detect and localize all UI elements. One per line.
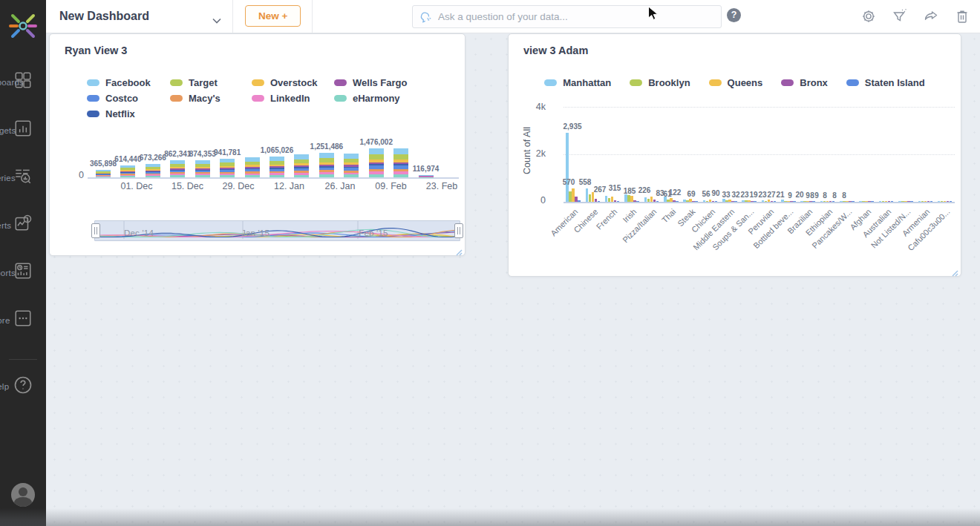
stacked-bar[interactable] <box>96 170 111 177</box>
stacked-bar[interactable] <box>120 165 135 177</box>
grouped-bar-staten-island[interactable] <box>715 201 718 202</box>
grouped-bar-staten-island[interactable] <box>871 201 874 202</box>
grouped-bar-staten-island[interactable] <box>891 201 894 202</box>
legend-item-queens[interactable]: Queens <box>709 77 763 88</box>
grouped-bar-staten-island[interactable] <box>598 201 601 202</box>
app-logo-icon[interactable] <box>6 9 40 43</box>
widget-ryan-view-3[interactable]: Ryan View 3 FacebookTargetOverstockWells… <box>49 33 466 256</box>
bar-segment-eharmony <box>270 175 284 177</box>
help-button[interactable]: ? <box>727 8 741 22</box>
stacked-bar[interactable] <box>245 157 260 177</box>
grouped-bar-staten-island[interactable] <box>832 201 835 202</box>
legend-swatch <box>334 95 347 102</box>
sidebar-item-alerts[interactable]: Alerts <box>0 214 46 233</box>
legend-swatch <box>252 95 264 102</box>
widget-resize-handle[interactable] <box>455 246 463 253</box>
bar-value-label: 315 <box>609 184 621 192</box>
sidebar-item-widgets[interactable]: Widgets <box>0 119 46 138</box>
search-input[interactable] <box>437 6 714 27</box>
legend-item-manhattan[interactable]: Manhattan <box>544 77 611 88</box>
grouped-bar-staten-island[interactable] <box>695 201 698 202</box>
bar-total-label: 673,266 <box>140 154 166 162</box>
settings-gear-icon[interactable] <box>860 7 878 25</box>
gridline <box>564 154 955 155</box>
stacked-bar[interactable] <box>195 160 210 177</box>
grouped-bar-staten-island[interactable] <box>910 201 913 202</box>
widget-resize-handle[interactable] <box>951 266 958 274</box>
ask-data-searchbox <box>412 5 722 28</box>
stacked-bar[interactable] <box>146 164 160 177</box>
sidebar-item-help[interactable]: Help <box>0 375 46 395</box>
grouped-bar-staten-island[interactable] <box>636 201 639 202</box>
bar-value-label: 2,935 <box>563 122 581 131</box>
grouped-bar-staten-island[interactable] <box>774 201 777 202</box>
stacked-bar[interactable] <box>294 154 309 177</box>
sidebar-item-more[interactable]: More <box>0 309 46 328</box>
legend-item-wells-fargo[interactable]: Wells Fargo <box>334 77 407 88</box>
stacked-bar[interactable] <box>419 175 434 177</box>
stacked-bar[interactable] <box>270 157 284 177</box>
legend-item-bronx[interactable]: Bronx <box>781 77 828 88</box>
widget-view-3-adam[interactable]: view 3 Adam ManhattanBrooklynQueensBronx… <box>508 33 961 277</box>
delete-trash-icon[interactable] <box>953 7 971 25</box>
grouped-bar-staten-island[interactable] <box>734 201 737 202</box>
grouped-bar-staten-island[interactable] <box>754 201 757 202</box>
legend-item-costco[interactable]: Costco <box>87 93 170 104</box>
topbar-separator <box>232 0 233 33</box>
stacked-bar[interactable] <box>220 159 235 177</box>
bar-segment-eharmony <box>369 174 384 177</box>
legend-swatch <box>334 79 347 86</box>
grouped-bar-staten-island[interactable] <box>793 201 796 202</box>
legend-label: Netflix <box>105 108 135 119</box>
stacked-bar[interactable] <box>344 154 359 177</box>
sidebar-item-dashboards[interactable]: Dashboards <box>0 70 46 90</box>
stacked-bar[interactable] <box>369 148 384 177</box>
legend-item-target[interactable]: Target <box>170 77 252 88</box>
stacked-bar[interactable] <box>319 153 334 177</box>
grouped-bar-staten-island[interactable] <box>852 201 855 202</box>
grouped-bar-staten-island[interactable] <box>676 201 679 202</box>
bar-value-label: 90 <box>711 189 719 197</box>
grouped-bar-staten-island[interactable] <box>930 201 933 202</box>
bar-segment-facebook <box>369 148 384 154</box>
grouped-bar-staten-island[interactable] <box>656 201 659 202</box>
grouped-bar-staten-island[interactable] <box>950 201 953 202</box>
legend-item-eharmony[interactable]: eHarmony <box>334 93 407 104</box>
new-dashboard-button[interactable]: New + <box>245 5 301 27</box>
legend-label: Bronx <box>800 77 828 88</box>
legend-item-overstock[interactable]: Overstock <box>252 77 334 88</box>
legend-item-macy-s[interactable]: Macy's <box>170 93 252 104</box>
bar-value-label: 267 <box>594 185 607 194</box>
grouped-bar-staten-island[interactable] <box>578 200 581 202</box>
bar-value-label: 27 <box>767 191 775 199</box>
bar-value-label: 23 <box>740 191 748 199</box>
navigator-left-handle[interactable] <box>91 223 100 238</box>
legend-item-linkedin[interactable]: LinkedIn <box>252 93 334 104</box>
stacked-bar[interactable] <box>393 148 408 177</box>
legend-label: Wells Fargo <box>353 77 407 88</box>
user-avatar[interactable] <box>11 483 35 507</box>
grouped-bar-staten-island[interactable] <box>617 201 620 202</box>
legend-item-brooklyn[interactable]: Brooklyn <box>630 77 690 88</box>
legend-swatch <box>846 79 859 86</box>
sidebar-item-reports[interactable]: Reports <box>0 261 46 280</box>
bar-value-label: 8 <box>823 191 827 200</box>
sidebar-item-queries[interactable]: Queries <box>0 166 46 185</box>
navigator-right-handle[interactable] <box>454 223 463 238</box>
chevron-down-icon[interactable] <box>212 13 221 27</box>
dashboard-title[interactable]: New Dashboard <box>59 0 149 33</box>
filters-icon[interactable] <box>891 7 909 25</box>
bar-value-label: 23 <box>758 191 766 199</box>
stacked-bar[interactable] <box>170 160 185 177</box>
grouped-bar-staten-island[interactable] <box>812 201 815 202</box>
bar-segment-eharmony <box>146 176 160 177</box>
bar-segment-target <box>393 154 408 160</box>
share-icon[interactable] <box>922 7 940 25</box>
range-navigator[interactable]: Dec '14Jan '15Feb '15 <box>94 220 460 241</box>
bar-value-label: 19 <box>749 191 757 199</box>
legend-item-facebook[interactable]: Facebook <box>87 77 170 88</box>
legend-item-staten-island[interactable]: Staten Island <box>846 77 925 88</box>
legend-label: Staten Island <box>865 77 925 88</box>
legend-label: Brooklyn <box>648 77 690 88</box>
legend-item-netflix[interactable]: Netflix <box>87 108 170 119</box>
